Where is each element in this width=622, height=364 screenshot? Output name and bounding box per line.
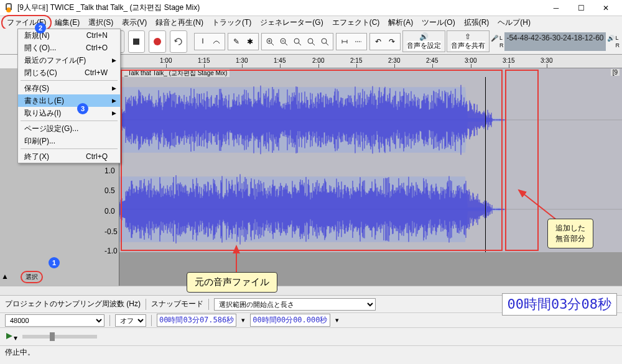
svg-point-12	[294, 39, 299, 43]
minimize-button[interactable]: ─	[544, 0, 569, 16]
scale-label: 0.5	[104, 186, 115, 195]
envelope-tool-icon[interactable]	[210, 35, 223, 48]
menu-generate[interactable]: ジェネレーター(G)	[256, 16, 327, 29]
menu-select[interactable]: 選択(S)	[84, 16, 118, 29]
share-audio-button[interactable]: 音声を共有	[451, 41, 485, 50]
menu-edit[interactable]: 編集(E)	[50, 16, 84, 29]
file-menu-item[interactable]: 閉じる(C)Ctrl+W	[18, 66, 120, 79]
close-button[interactable]: ✕	[593, 0, 618, 16]
waveform-channel-right	[119, 166, 622, 252]
stop-button[interactable]	[128, 30, 146, 53]
svg-point-0	[6, 7, 11, 12]
callout-silence: 追加した 無音部分	[547, 219, 593, 248]
menu-effect[interactable]: エフェクト(C)	[328, 16, 384, 29]
loop-button[interactable]	[170, 30, 187, 53]
waveform-channel-left	[119, 77, 622, 163]
speaker-small-icon: 🔊	[607, 35, 615, 42]
playback-speed-slider[interactable]	[22, 335, 97, 339]
speaker-icon: 🔊	[419, 32, 429, 41]
trim-icon[interactable]	[338, 35, 351, 48]
svg-point-4	[154, 38, 161, 45]
play-speed-toolbar: ▾	[0, 328, 622, 345]
scale-label: -1.0	[104, 247, 118, 255]
snap-select[interactable]: オフ	[115, 314, 146, 327]
file-menu-item[interactable]: 新規(N)Ctrl+N	[18, 29, 120, 42]
track-name-label: _Talk that Talk_ (교차편집 Stage Mix)	[122, 69, 230, 78]
svg-line-10	[285, 43, 287, 45]
annotation-badge-1: 1	[49, 257, 60, 268]
silence-icon[interactable]	[351, 35, 365, 48]
menu-analyze[interactable]: 解析(A)	[384, 16, 417, 29]
redo-icon[interactable]: ↷	[385, 35, 399, 48]
playhead-cursor	[485, 77, 486, 252]
undo-icon[interactable]: ↶	[371, 35, 385, 48]
fit-project-icon[interactable]	[304, 35, 318, 48]
svg-point-14	[308, 39, 313, 43]
track-label-suffix: [9	[611, 69, 620, 76]
annotation-badge-3: 3	[77, 103, 88, 114]
file-menu-item[interactable]: 保存(S)▶	[18, 82, 120, 94]
record-button[interactable]	[149, 30, 166, 53]
callout-original: 元の音声ファイル	[187, 272, 277, 293]
app-icon	[4, 3, 14, 13]
collapse-track-button[interactable]: ▲ 選択	[1, 271, 43, 283]
svg-line-17	[326, 43, 328, 45]
selection-start-display[interactable]: 00時間03分07.586秒	[157, 314, 236, 327]
maximize-button[interactable]: ☐	[569, 0, 593, 16]
file-menu-item[interactable]: 取り込み(I)▶	[18, 107, 120, 119]
audio-position-display[interactable]: 00時間03分08秒	[502, 293, 617, 316]
file-menu-item[interactable]: ページ設定(G)...	[18, 122, 120, 135]
selection-tool-icon[interactable]: Ｉ	[196, 35, 210, 48]
status-bar: 停止中。	[0, 345, 622, 358]
file-menu-item[interactable]: 終了(X)Ctrl+Q	[18, 150, 120, 163]
rec-meter-l: L	[499, 35, 503, 41]
svg-point-16	[322, 39, 327, 43]
share-icon: ⇧	[465, 32, 471, 41]
file-menu-dropdown: 新規(N)Ctrl+N開く(O)...Ctrl+O最近のファイル(F)▶閉じる(…	[17, 29, 121, 163]
file-menu-item[interactable]: 最近のファイル(F)▶	[18, 54, 120, 66]
draw-tool-icon[interactable]: ✎	[230, 35, 243, 48]
menu-transport[interactable]: 録音と再生(N)	[151, 16, 208, 29]
zoom-toggle-icon[interactable]	[318, 35, 332, 48]
svg-line-6	[271, 43, 274, 45]
status-text: 停止中。	[5, 348, 35, 357]
menu-tracks[interactable]: トラック(T)	[208, 16, 256, 29]
snap-label: スナップモード	[151, 299, 203, 309]
window-title: [9人무대] TWICE _Talk that Talk_ (교차편집 Stag…	[17, 2, 544, 13]
titlebar: [9人무대] TWICE _Talk that Talk_ (교차편집 Stag…	[0, 0, 622, 16]
multi-tool-icon[interactable]: ✱	[243, 35, 257, 48]
play-meter-r: R	[616, 42, 620, 48]
svg-rect-3	[133, 39, 139, 45]
zoom-in-icon[interactable]	[263, 35, 277, 48]
file-menu-item[interactable]: 印刷(P)...	[18, 135, 120, 147]
svg-line-13	[299, 43, 301, 45]
file-menu-item[interactable]: 書き出し(E)▶	[18, 94, 120, 107]
annotation-badge-2: 2	[35, 22, 46, 34]
menu-help[interactable]: ヘルプ(H)	[493, 16, 535, 29]
select-track-button[interactable]: 選択	[21, 271, 43, 283]
project-rate-label: プロジェクトのサンプリング周波数 (Hz)	[5, 299, 141, 309]
audio-setup-button[interactable]: 音声を設定	[407, 41, 441, 50]
timeline-ruler[interactable]: 1:001:151:301:452:002:152:302:453:003:15…	[119, 55, 622, 68]
play-meter-l: L	[616, 35, 619, 41]
fit-selection-icon[interactable]	[290, 35, 304, 48]
menu-extra[interactable]: 拡張(R)	[460, 16, 494, 29]
mic-icon: 🎤	[491, 35, 498, 42]
play-at-speed-button[interactable]: ▾	[5, 332, 17, 342]
scale-label: 0.0	[104, 207, 115, 216]
record-meter[interactable]: -54-48-42-36-30-24-18-12-60	[504, 32, 605, 51]
scale-label: -0.5	[104, 227, 118, 236]
scale-label: 1.0	[104, 166, 115, 175]
menubar: ファイル(F) 編集(E) 選択(S) 表示(V) 録音と再生(N) トラック(…	[0, 16, 622, 29]
project-rate-select[interactable]: 48000	[5, 314, 104, 327]
file-menu-item[interactable]: 開く(O)...Ctrl+O	[18, 42, 120, 54]
zoom-out-icon[interactable]	[277, 35, 290, 48]
track-waveform[interactable]: _Talk that Talk_ (교차편집 Stage Mix) [9	[119, 68, 622, 252]
selection-length-display[interactable]: 00時間00分00.000秒	[250, 314, 330, 327]
rec-meter-r: R	[499, 42, 504, 48]
selection-toolbar: プロジェクトのサンプリング周波数 (Hz) スナップモード 選択範囲の開始点と長…	[0, 296, 622, 313]
svg-line-15	[312, 43, 315, 45]
menu-tools[interactable]: ツール(O)	[417, 16, 459, 29]
selection-range-mode[interactable]: 選択範囲の開始点と長さ	[214, 298, 376, 311]
menu-view[interactable]: 表示(V)	[118, 16, 151, 29]
